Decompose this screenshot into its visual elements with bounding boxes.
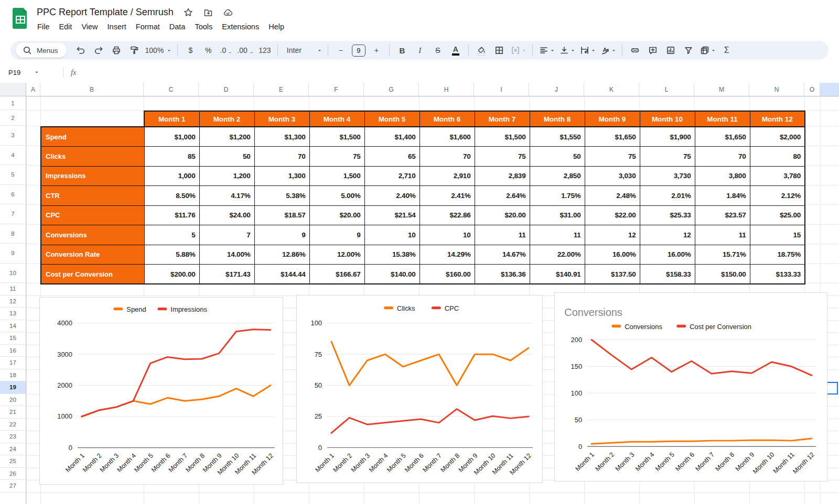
row-header-17[interactable]: 17 bbox=[0, 357, 26, 369]
table-cell[interactable]: $18.57 bbox=[254, 205, 309, 225]
table-cell[interactable]: 75 bbox=[309, 147, 364, 167]
row-header-13[interactable]: 13 bbox=[0, 308, 26, 320]
cloud-status-icon[interactable] bbox=[223, 7, 233, 18]
borders-button[interactable] bbox=[490, 43, 508, 58]
table-cell[interactable]: 12 bbox=[640, 225, 695, 245]
table-cell[interactable]: $200.00 bbox=[144, 265, 199, 284]
table-cell[interactable]: 5.38% bbox=[254, 186, 309, 206]
month-header-1[interactable]: Month 1 bbox=[144, 111, 199, 127]
google-sheets-logo-icon[interactable] bbox=[13, 8, 28, 29]
italic-button[interactable]: I bbox=[411, 43, 429, 58]
table-cell[interactable]: 15.38% bbox=[364, 245, 420, 265]
column-header-I[interactable]: I bbox=[474, 83, 529, 96]
row-label-conversion-rate[interactable]: Conversion Rate bbox=[41, 245, 144, 265]
menu-data[interactable]: Data bbox=[165, 21, 190, 32]
month-header-3[interactable]: Month 3 bbox=[254, 111, 309, 127]
table-cell[interactable]: 2,910 bbox=[420, 166, 475, 186]
table-cell[interactable]: 3,030 bbox=[585, 166, 640, 186]
empty-cell[interactable] bbox=[41, 111, 144, 127]
menu-edit[interactable]: Edit bbox=[54, 21, 77, 32]
table-cell[interactable]: $140.00 bbox=[364, 265, 420, 284]
table-cell[interactable]: 70 bbox=[420, 147, 475, 167]
table-cell[interactable]: $1,650 bbox=[695, 127, 750, 147]
column-header-M[interactable]: M bbox=[694, 83, 749, 96]
decrease-decimal-places-button[interactable]: .0← bbox=[217, 43, 235, 58]
row-label-cost-per-conversion[interactable]: Cost per Conversion bbox=[41, 265, 144, 284]
table-cell[interactable]: 2,710 bbox=[364, 166, 420, 186]
row-label-clicks[interactable]: Clicks bbox=[41, 147, 144, 167]
month-header-9[interactable]: Month 9 bbox=[585, 111, 640, 127]
table-cell[interactable]: 18.75% bbox=[750, 245, 805, 265]
month-header-2[interactable]: Month 2 bbox=[199, 111, 254, 127]
row-header-8[interactable]: 8 bbox=[0, 224, 26, 244]
row-header-10[interactable]: 10 bbox=[0, 264, 26, 283]
table-cell[interactable]: $21.54 bbox=[364, 205, 420, 225]
row-header-5[interactable]: 5 bbox=[0, 165, 26, 185]
row-header-24[interactable]: 24 bbox=[0, 443, 26, 456]
table-cell[interactable]: $158.33 bbox=[640, 265, 695, 284]
month-header-4[interactable]: Month 4 bbox=[309, 111, 364, 127]
row-header-2[interactable]: 2 bbox=[0, 110, 26, 126]
column-header-L[interactable]: L bbox=[639, 83, 694, 96]
table-cell[interactable]: 2.01% bbox=[640, 186, 695, 206]
decrease-font-size-button[interactable]: − bbox=[332, 43, 350, 58]
format-as-currency-button[interactable]: $ bbox=[181, 43, 199, 58]
column-header-N[interactable]: N bbox=[749, 83, 804, 96]
row-header-25[interactable]: 25 bbox=[0, 455, 26, 468]
table-cell[interactable]: $22.86 bbox=[420, 205, 475, 225]
month-header-8[interactable]: Month 8 bbox=[530, 111, 585, 127]
table-cell[interactable]: 16.00% bbox=[640, 245, 695, 265]
row-header-6[interactable]: 6 bbox=[0, 185, 26, 205]
table-cell[interactable]: $1,500 bbox=[475, 127, 530, 147]
table-cell[interactable]: 1.75% bbox=[530, 186, 585, 206]
table-cell[interactable]: 65 bbox=[364, 147, 420, 167]
bold-button[interactable]: B bbox=[393, 43, 411, 58]
table-cell[interactable]: $1,600 bbox=[420, 127, 475, 147]
table-cell[interactable]: 2.12% bbox=[750, 186, 805, 206]
menu-format[interactable]: Format bbox=[131, 21, 165, 32]
month-header-5[interactable]: Month 5 bbox=[364, 111, 420, 127]
strikethrough-button[interactable]: S bbox=[429, 43, 447, 58]
merge-cells-button[interactable] bbox=[508, 43, 529, 58]
table-cell[interactable]: 5.00% bbox=[309, 186, 364, 206]
table-cell[interactable]: 75 bbox=[585, 147, 640, 167]
row-label-cpc[interactable]: CPC bbox=[41, 205, 144, 225]
redo-button[interactable] bbox=[90, 43, 107, 58]
month-header-12[interactable]: Month 12 bbox=[750, 111, 805, 127]
row-header-11[interactable]: 11 bbox=[0, 283, 26, 295]
font-button[interactable]: Inter bbox=[282, 43, 324, 58]
table-cell[interactable]: 2.48% bbox=[585, 186, 640, 206]
table-cell[interactable]: 11 bbox=[530, 225, 585, 245]
table-cell[interactable]: $1,200 bbox=[199, 127, 254, 147]
table-cell[interactable]: 9 bbox=[254, 225, 309, 245]
text-rotation-button[interactable]: A bbox=[598, 43, 618, 58]
row-header-9[interactable]: 9 bbox=[0, 244, 26, 264]
table-cell[interactable]: 2.41% bbox=[420, 186, 475, 206]
row-label-ctr[interactable]: CTR bbox=[41, 186, 144, 206]
table-cell[interactable]: 50 bbox=[530, 147, 585, 167]
table-cell[interactable]: 1.84% bbox=[695, 186, 750, 206]
table-cell[interactable]: 15 bbox=[750, 225, 805, 245]
column-header-D[interactable]: D bbox=[199, 83, 254, 96]
table-cell[interactable]: $22.00 bbox=[585, 205, 640, 225]
vertical-align-button[interactable] bbox=[557, 43, 577, 58]
column-header-B[interactable]: B bbox=[40, 83, 144, 96]
column-header-C[interactable]: C bbox=[144, 83, 199, 96]
table-cell[interactable]: $1,650 bbox=[585, 127, 640, 147]
month-header-11[interactable]: Month 11 bbox=[695, 111, 750, 127]
month-header-7[interactable]: Month 7 bbox=[475, 111, 530, 127]
table-cell[interactable]: $137.50 bbox=[585, 265, 640, 284]
column-header-A[interactable]: A bbox=[26, 83, 40, 96]
horizontal-align-button[interactable] bbox=[536, 43, 557, 58]
row-header-22[interactable]: 22 bbox=[0, 419, 26, 431]
table-cell[interactable]: $1,550 bbox=[530, 127, 585, 147]
column-header-H[interactable]: H bbox=[419, 83, 474, 96]
table-cell[interactable]: 7 bbox=[199, 225, 254, 245]
row-label-conversions[interactable]: Conversions bbox=[41, 225, 144, 245]
fill-color-button[interactable] bbox=[472, 43, 490, 58]
increase-decimal-places-button[interactable]: .00→ bbox=[235, 43, 255, 58]
table-cell[interactable]: $1,300 bbox=[254, 127, 309, 147]
row-header-23[interactable]: 23 bbox=[0, 431, 26, 443]
row-header-20[interactable]: 20 bbox=[0, 394, 26, 407]
menu-insert[interactable]: Insert bbox=[103, 21, 131, 32]
